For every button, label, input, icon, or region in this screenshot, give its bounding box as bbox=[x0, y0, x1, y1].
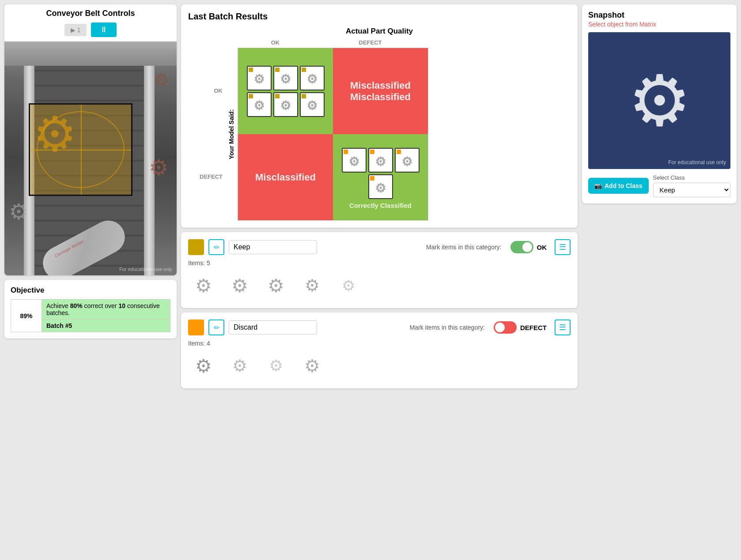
matrix-grid: ⚙ ⚙ ⚙ ⚙ ⚙ ⚙ Misclassified Misclassified … bbox=[238, 48, 428, 221]
matrix-thumb-d2[interactable]: ⚙ bbox=[368, 148, 393, 173]
matrix-cell-defect-ok[interactable]: Misclassified Misclassified bbox=[333, 48, 428, 134]
category-discard-toggle[interactable] bbox=[494, 321, 517, 334]
matrix-thumbs-ok-ok: ⚙ ⚙ ⚙ ⚙ ⚙ ⚙ bbox=[238, 63, 333, 120]
discard-item-2[interactable]: ⚙ bbox=[224, 350, 255, 381]
right-column: Snapshot Select object from Matrix ⚙ For… bbox=[582, 4, 737, 556]
discard-item-1[interactable]: ⚙ bbox=[188, 350, 219, 381]
matrix-title: Last Batch Results bbox=[188, 11, 571, 22]
snapshot-title: Snapshot bbox=[588, 11, 730, 20]
matrix-thumb-6[interactable]: ⚙ bbox=[300, 92, 325, 117]
objective-panel: Objective 89% Achieve 80% correct over 1… bbox=[4, 280, 177, 338]
matrix-thumb-4[interactable]: ⚙ bbox=[247, 92, 272, 117]
matrix-x-header: OK DEFECT bbox=[228, 39, 571, 46]
category-keep-edit-button[interactable]: ✏ bbox=[208, 239, 224, 255]
corner-sq-1 bbox=[249, 68, 253, 72]
matrix-thumbs-defect-defect: ⚙ ⚙ ⚙ ⚙ bbox=[333, 145, 428, 202]
gear-icon-d3: ⚙ bbox=[401, 154, 412, 169]
select-class-label: Select Class bbox=[653, 174, 730, 181]
category-discard-edit-button[interactable]: ✏ bbox=[208, 319, 224, 335]
conveyor-gear-bottom-left: ⚙ bbox=[9, 199, 29, 225]
conveyor-gear-side: ⚙ bbox=[149, 155, 169, 180]
snapshot-panel: Snapshot Select object from Matrix ⚙ For… bbox=[582, 4, 737, 203]
objective-bold-pct: 80% bbox=[70, 302, 83, 309]
objective-bold-batches: 10 bbox=[118, 302, 125, 309]
matrix-y-ok: OK bbox=[214, 48, 227, 134]
category-discard-toggle-container: DEFECT bbox=[494, 321, 547, 334]
matrix-y-axis-label: Your Model Said: bbox=[228, 48, 235, 221]
corner-sq-d3 bbox=[397, 150, 401, 154]
objective-description: Achieve 80% correct over 10 consecutive … bbox=[42, 300, 170, 319]
corner-sq-d1 bbox=[344, 150, 348, 154]
snapshot-edu-text: For educational use only bbox=[668, 159, 726, 165]
matrix-body: OK DEFECT Your Model Said: ⚙ ⚙ ⚙ ⚙ ⚙ ⚙ bbox=[188, 48, 571, 221]
category-discard-toggle-label: DEFECT bbox=[520, 324, 547, 331]
matrix-thumb-d1[interactable]: ⚙ bbox=[342, 148, 367, 173]
category-keep-mark-label: Mark items in this category: bbox=[426, 244, 501, 251]
gear-icon-2: ⚙ bbox=[280, 72, 291, 86]
keep-item-2[interactable]: ⚙ bbox=[224, 270, 255, 301]
select-class-dropdown[interactable]: Keep Discard bbox=[653, 183, 730, 197]
matrix-thumb-d4[interactable]: ⚙ bbox=[368, 174, 393, 199]
middle-column: Last Batch Results Actual Part Quality O… bbox=[181, 4, 578, 556]
category-discard-items: ⚙ ⚙ ⚙ ⚙ bbox=[188, 350, 571, 381]
matrix-thumb-5[interactable]: ⚙ bbox=[273, 92, 298, 117]
detection-box bbox=[29, 103, 132, 196]
category-discard-menu-button[interactable]: ☰ bbox=[555, 319, 571, 335]
category-keep-menu-button[interactable]: ☰ bbox=[555, 239, 571, 255]
corner-sq-4 bbox=[249, 94, 253, 98]
corner-sq-d4 bbox=[370, 176, 374, 180]
category-discard-mark-label: Mark items in this category: bbox=[410, 324, 485, 331]
corner-sq-d2 bbox=[370, 150, 374, 154]
category-keep-count: Items: 5 bbox=[188, 259, 571, 267]
matrix-thumb-d3[interactable]: ⚙ bbox=[395, 148, 420, 173]
snapshot-subtitle: Select object from Matrix bbox=[588, 21, 730, 28]
discard-item-3[interactable]: ⚙ bbox=[261, 350, 291, 381]
conveyor-title: Conveyor Belt Controls bbox=[4, 4, 177, 21]
add-to-class-label: Add to Class bbox=[605, 182, 643, 189]
camera-icon: 📷 bbox=[594, 182, 602, 189]
snapshot-actions: 📷 Add to Class Select Class Keep Discard bbox=[588, 174, 730, 197]
matrix-cell-ok-defect[interactable]: Misclassified bbox=[238, 134, 333, 220]
gear-icon-d4: ⚙ bbox=[375, 181, 386, 195]
conveyor-gear-top-right: ⚙ bbox=[154, 70, 169, 90]
keep-item-5[interactable]: ⚙ bbox=[333, 270, 364, 301]
category-discard-swatch bbox=[188, 319, 204, 335]
matrix-thumb-3[interactable]: ⚙ bbox=[300, 66, 325, 90]
objective-table: 89% Achieve 80% correct over 10 consecut… bbox=[11, 299, 170, 332]
keep-item-4[interactable]: ⚙ bbox=[297, 270, 328, 301]
left-column: Conveyor Belt Controls ▶ 1 ⏸ ⚙ bbox=[4, 4, 177, 556]
category-discard-name-input[interactable] bbox=[229, 320, 317, 334]
matrix-cell-ok-ok[interactable]: ⚙ ⚙ ⚙ ⚙ ⚙ ⚙ bbox=[238, 48, 333, 134]
matrix-x-ok: OK bbox=[228, 39, 323, 46]
gear-icon-3: ⚙ bbox=[306, 72, 318, 86]
select-class-container: Select Class Keep Discard bbox=[653, 174, 730, 197]
matrix-subtitle: Actual Part Quality bbox=[188, 27, 571, 36]
matrix-thumb-1[interactable]: ⚙ bbox=[247, 66, 272, 90]
add-to-class-button[interactable]: 📷 Add to Class bbox=[588, 178, 649, 194]
category-keep-items: ⚙ ⚙ ⚙ ⚙ ⚙ bbox=[188, 270, 571, 301]
category-keep-toggle[interactable] bbox=[510, 241, 533, 253]
keep-item-1[interactable]: ⚙ bbox=[188, 270, 219, 301]
toggle-knob-discard bbox=[495, 323, 505, 332]
snapshot-subtitle-link[interactable]: Matrix bbox=[639, 21, 656, 28]
pause-button[interactable]: ⏸ bbox=[91, 23, 117, 37]
corner-sq-3 bbox=[302, 68, 306, 72]
objective-row-desc: 89% Achieve 80% correct over 10 consecut… bbox=[11, 300, 170, 319]
matrix-thumb-2[interactable]: ⚙ bbox=[273, 66, 298, 90]
play-button[interactable]: ▶ 1 bbox=[64, 24, 87, 36]
keep-item-3[interactable]: ⚙ bbox=[261, 270, 291, 301]
conveyor-viewport: ⚙ ⚙ ⚙ ⚙ Carnegie Mellon For educational … bbox=[4, 41, 177, 275]
matrix-y-defect: DEFECT bbox=[200, 134, 226, 220]
matrix-cell-tr-label: Misclassified bbox=[350, 80, 411, 91]
snapshot-subtitle-pre: Select object from bbox=[588, 21, 639, 28]
objective-title: Objective bbox=[11, 286, 170, 295]
category-keep-name-input[interactable] bbox=[229, 240, 317, 254]
gear-icon-4: ⚙ bbox=[253, 98, 265, 113]
matrix-cell-defect-defect[interactable]: ⚙ ⚙ ⚙ ⚙ Correctly Classified bbox=[333, 134, 428, 220]
matrix-panel: Last Batch Results Actual Part Quality O… bbox=[181, 4, 578, 228]
detection-circle bbox=[37, 111, 125, 188]
gear-icon-d2: ⚙ bbox=[375, 154, 386, 169]
discard-item-4[interactable]: ⚙ bbox=[297, 350, 328, 381]
matrix-misclassified-bl: Misclassified bbox=[255, 172, 316, 183]
gear-icon-1: ⚙ bbox=[253, 72, 265, 86]
